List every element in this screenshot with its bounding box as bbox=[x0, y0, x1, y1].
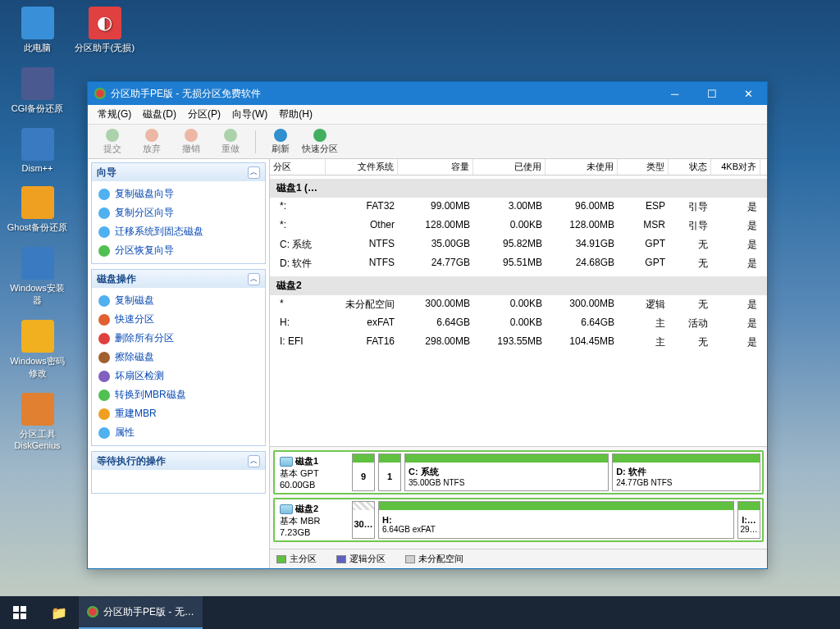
svg-rect-1 bbox=[21, 606, 26, 612]
diskmap: 磁盘2基本 MBR7.23GB30…H:6.64GB exFATI:…29… bbox=[273, 498, 764, 542]
toolbar-放弃: 放弃 bbox=[132, 126, 171, 157]
titlebar[interactable]: 分区助手PE版 - 无损分区免费软件 ─ ☐ ✕ bbox=[88, 82, 767, 105]
taskbar: 📁 分区助手PE版 - 无… bbox=[0, 596, 840, 629]
desktop-icon[interactable]: Windows安装器 bbox=[7, 247, 68, 307]
desktop-icon[interactable]: Ghost备份还原 bbox=[7, 186, 68, 234]
sidebar: 向导︿ 复制磁盘向导复制分区向导迁移系统到固态磁盘分区恢复向导 磁盘操作︿ 复制… bbox=[88, 159, 270, 568]
column-header[interactable]: 已使用 bbox=[473, 159, 546, 175]
menu-item[interactable]: 磁盘(D) bbox=[138, 106, 181, 123]
column-header[interactable]: 分区 bbox=[270, 159, 326, 175]
toolbar-撤销: 撤销 bbox=[171, 126, 211, 157]
panel-header[interactable]: 磁盘操作︿ bbox=[92, 270, 265, 288]
svg-rect-3 bbox=[21, 613, 26, 619]
column-header[interactable]: 容量 bbox=[398, 159, 473, 175]
menubar: 常规(G)磁盘(D)分区(P)向导(W)帮助(H) bbox=[88, 105, 767, 125]
diskops-panel: 磁盘操作︿ 复制磁盘快速分区删除所有分区擦除磁盘坏扇区检测转换到MBR磁盘重建M… bbox=[91, 269, 266, 446]
column-header[interactable]: 文件系统 bbox=[326, 159, 398, 175]
toolbar-重做: 重做 bbox=[211, 126, 250, 157]
grid-body: 磁盘1 (…*:FAT3299.00MB3.00MB96.00MBESP引导是*… bbox=[270, 175, 767, 446]
toolbar-提交: 提交 bbox=[93, 126, 132, 157]
panel-item[interactable]: 复制磁盘 bbox=[94, 291, 263, 310]
menu-item[interactable]: 帮助(H) bbox=[274, 106, 317, 123]
partition-block[interactable]: 30… bbox=[352, 501, 375, 539]
panel-item[interactable]: 转换到MBR磁盘 bbox=[94, 385, 263, 404]
window-title: 分区助手PE版 - 无损分区免费软件 bbox=[111, 87, 261, 101]
close-button[interactable]: ✕ bbox=[730, 82, 767, 105]
table-row[interactable]: *未分配空间300.00MB0.00KB300.00MB逻辑无是 bbox=[270, 295, 767, 314]
toolbar-刷新[interactable]: 刷新 bbox=[261, 126, 300, 157]
disk-header[interactable]: 磁盘1 (… bbox=[270, 179, 767, 198]
table-row[interactable]: *:FAT3299.00MB3.00MB96.00MBESP引导是 bbox=[270, 198, 767, 217]
partition-block[interactable]: C: 系统35.00GB NTFS bbox=[404, 454, 609, 491]
toolbar: 提交放弃撤销重做刷新快速分区 bbox=[88, 125, 767, 159]
desktop-icon[interactable]: Dism++ bbox=[7, 128, 68, 173]
table-row[interactable]: H:exFAT6.64GB0.00KB6.64GB主活动是 bbox=[270, 314, 767, 333]
desktop-icon[interactable]: Windows密码修改 bbox=[7, 320, 68, 380]
column-header[interactable]: 状态 bbox=[669, 159, 711, 175]
panel-item[interactable]: 坏扇区检测 bbox=[94, 367, 263, 385]
chevron-up-icon[interactable]: ︿ bbox=[248, 273, 260, 285]
partition-block[interactable]: 9 bbox=[352, 454, 375, 491]
column-header[interactable]: 4KB对齐 bbox=[711, 159, 760, 175]
partition-block[interactable]: I:…29… bbox=[737, 501, 760, 539]
legend-item: 逻辑分区 bbox=[336, 553, 386, 565]
table-row[interactable]: I: EFIFAT16298.00MB193.55MB104.45MB主无是 bbox=[270, 333, 767, 352]
partition-block[interactable]: D: 软件24.77GB NTFS bbox=[612, 454, 760, 491]
legend: 主分区逻辑分区未分配空间 bbox=[270, 549, 767, 568]
app-icon bbox=[94, 88, 106, 99]
desktop-icon[interactable]: 分区工具DiskGenius bbox=[7, 393, 68, 450]
legend-item: 主分区 bbox=[276, 553, 317, 565]
table-row[interactable]: C: 系统NTFS35.00GB95.82MB34.91GBGPT无是 bbox=[270, 235, 767, 254]
diskmap: 磁盘1基本 GPT60.00GB91C: 系统35.00GB NTFSD: 软件… bbox=[273, 450, 764, 495]
desktop-icon[interactable]: ◐ 分区助手(无损) bbox=[74, 7, 135, 54]
panel-item[interactable]: 迁移系统到固态磁盘 bbox=[94, 222, 263, 241]
partition-block[interactable]: H:6.64GB exFAT bbox=[378, 501, 734, 539]
grid-header: 分区文件系统容量已使用未使用类型状态4KB对齐 bbox=[270, 159, 767, 175]
taskbar-explorer-icon[interactable]: 📁 bbox=[39, 596, 79, 629]
maximize-button[interactable]: ☐ bbox=[693, 82, 730, 105]
menu-item[interactable]: 分区(P) bbox=[183, 106, 226, 123]
panel-header[interactable]: 等待执行的操作︿ bbox=[92, 452, 265, 470]
panel-item[interactable]: 复制分区向导 bbox=[94, 203, 263, 222]
svg-rect-0 bbox=[13, 606, 19, 612]
panel-item[interactable]: 擦除磁盘 bbox=[94, 348, 263, 367]
taskbar-task[interactable]: 分区助手PE版 - 无… bbox=[79, 596, 203, 629]
chevron-up-icon[interactable]: ︿ bbox=[248, 455, 260, 467]
partition-block[interactable]: 1 bbox=[378, 454, 401, 491]
disk-header[interactable]: 磁盘2 bbox=[270, 276, 767, 295]
table-row[interactable]: D: 软件NTFS24.77GB95.51MB24.68GBGPT无是 bbox=[270, 254, 767, 273]
panel-item[interactable]: 复制磁盘向导 bbox=[94, 185, 263, 203]
wizard-panel: 向导︿ 复制磁盘向导复制分区向导迁移系统到固态磁盘分区恢复向导 bbox=[91, 162, 266, 264]
diskmap-area: 磁盘1基本 GPT60.00GB91C: 系统35.00GB NTFSD: 软件… bbox=[270, 446, 767, 549]
panel-header[interactable]: 向导︿ bbox=[92, 163, 265, 181]
desktop-icon[interactable]: 此电脑 bbox=[7, 7, 68, 54]
menu-item[interactable]: 向导(W) bbox=[227, 106, 272, 123]
start-button[interactable] bbox=[0, 596, 39, 629]
chevron-up-icon[interactable]: ︿ bbox=[248, 166, 260, 179]
minimize-button[interactable]: ─ bbox=[656, 82, 693, 105]
menu-item[interactable]: 常规(G) bbox=[93, 106, 136, 123]
main-area: 分区文件系统容量已使用未使用类型状态4KB对齐 磁盘1 (…*:FAT3299.… bbox=[270, 159, 767, 568]
app-window: 分区助手PE版 - 无损分区免费软件 ─ ☐ ✕ 常规(G)磁盘(D)分区(P)… bbox=[87, 81, 768, 569]
panel-item[interactable]: 重建MBR bbox=[94, 404, 263, 423]
pending-panel: 等待执行的操作︿ bbox=[91, 451, 266, 494]
toolbar-快速分区[interactable]: 快速分区 bbox=[300, 126, 340, 157]
panel-item[interactable]: 属性 bbox=[94, 423, 263, 442]
panel-item[interactable]: 分区恢复向导 bbox=[94, 241, 263, 260]
panel-item[interactable]: 删除所有分区 bbox=[94, 329, 263, 348]
column-header[interactable]: 类型 bbox=[618, 159, 669, 175]
svg-rect-2 bbox=[13, 613, 19, 619]
desktop-icon[interactable]: CGI备份还原 bbox=[7, 67, 68, 115]
legend-item: 未分配空间 bbox=[405, 553, 463, 565]
column-header[interactable]: 未使用 bbox=[546, 159, 618, 175]
table-row[interactable]: *:Other128.00MB0.00KB128.00MBMSR引导是 bbox=[270, 217, 767, 235]
panel-item[interactable]: 快速分区 bbox=[94, 310, 263, 329]
app-icon bbox=[87, 606, 98, 618]
